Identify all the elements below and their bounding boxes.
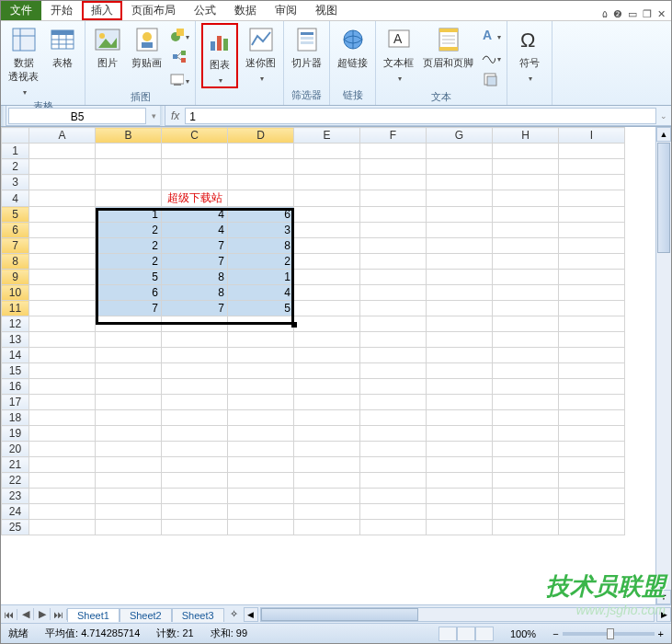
cell-D11[interactable]: 5 [228, 301, 294, 316]
cell-E10[interactable] [294, 285, 360, 301]
cell-A20[interactable] [29, 442, 96, 457]
cell-A12[interactable] [29, 316, 96, 332]
cell-I11[interactable] [559, 301, 625, 316]
cell-C24[interactable] [162, 504, 228, 520]
cell-H22[interactable] [493, 473, 559, 489]
cell-F5[interactable] [360, 207, 427, 223]
cell-A22[interactable] [29, 473, 96, 489]
cell-C11[interactable]: 7 [162, 301, 228, 316]
cell-F25[interactable] [360, 520, 427, 535]
cell-B6[interactable]: 2 [96, 223, 162, 238]
cell-C14[interactable] [162, 348, 228, 363]
tab-file[interactable]: 文件 [1, 1, 41, 20]
cell-D24[interactable] [228, 504, 294, 520]
cell-G9[interactable] [427, 270, 493, 285]
cell-B3[interactable] [96, 175, 162, 190]
cell-I10[interactable] [559, 285, 625, 301]
cell-I19[interactable] [559, 426, 625, 442]
cell-G6[interactable] [427, 223, 493, 238]
cell-C6[interactable]: 4 [162, 223, 228, 238]
cell-I22[interactable] [559, 473, 625, 489]
cell-I2[interactable] [559, 159, 625, 175]
tab-home[interactable]: 开始 [41, 1, 82, 20]
cell-G22[interactable] [427, 473, 493, 489]
cell-D14[interactable] [228, 348, 294, 363]
window-close-icon[interactable]: ✕ [657, 8, 666, 20]
cell-C4[interactable]: 超级下载站 [162, 190, 228, 207]
cell-A10[interactable] [29, 285, 96, 301]
cell-D4[interactable] [228, 190, 294, 207]
cell-F3[interactable] [360, 175, 427, 190]
col-header-G[interactable]: G [427, 128, 493, 144]
cell-B23[interactable] [96, 489, 162, 504]
cell-A6[interactable] [29, 223, 96, 238]
cell-C2[interactable] [162, 159, 228, 175]
row-header-20[interactable]: 20 [2, 442, 29, 457]
zoom-out-button[interactable]: − [552, 628, 558, 639]
cell-I24[interactable] [559, 504, 625, 520]
cell-F11[interactable] [360, 301, 427, 316]
cell-A11[interactable] [29, 301, 96, 316]
cell-G5[interactable] [427, 207, 493, 223]
cell-I14[interactable] [559, 348, 625, 363]
cell-D8[interactable]: 2 [228, 254, 294, 270]
cell-C3[interactable] [162, 175, 228, 190]
cell-G8[interactable] [427, 254, 493, 270]
cell-E9[interactable] [294, 270, 360, 285]
cell-H18[interactable] [493, 410, 559, 426]
cell-E13[interactable] [294, 332, 360, 348]
row-header-6[interactable]: 6 [2, 223, 29, 238]
cell-E6[interactable] [294, 223, 360, 238]
cell-G14[interactable] [427, 348, 493, 363]
cell-B25[interactable] [96, 520, 162, 535]
cell-E19[interactable] [294, 426, 360, 442]
tab-formulas[interactable]: 公式 [185, 1, 225, 20]
cell-G7[interactable] [427, 238, 493, 254]
cell-A5[interactable] [29, 207, 96, 223]
col-header-B[interactable]: B [96, 128, 162, 144]
cell-I15[interactable] [559, 363, 625, 379]
cell-A17[interactable] [29, 395, 96, 410]
cell-B9[interactable]: 5 [96, 270, 162, 285]
cell-H15[interactable] [493, 363, 559, 379]
horizontal-scrollbar[interactable] [260, 607, 655, 622]
zoom-slider[interactable] [563, 632, 655, 636]
cell-G3[interactable] [427, 175, 493, 190]
cell-G16[interactable] [427, 379, 493, 395]
zoom-in-button[interactable]: + [658, 628, 664, 639]
cell-H6[interactable] [493, 223, 559, 238]
scroll-up-arrow[interactable]: ▲ [656, 127, 671, 142]
cell-G18[interactable] [427, 410, 493, 426]
cell-D19[interactable] [228, 426, 294, 442]
cell-G15[interactable] [427, 363, 493, 379]
cell-I17[interactable] [559, 395, 625, 410]
cell-D10[interactable]: 4 [228, 285, 294, 301]
pivot-table-button[interactable]: 数据 透视表 [6, 23, 40, 98]
cell-B4[interactable] [96, 190, 162, 207]
tab-insert[interactable]: 插入 [82, 1, 122, 20]
col-header-I[interactable]: I [559, 128, 625, 144]
zoom-thumb[interactable] [607, 628, 614, 639]
clipart-button[interactable]: 剪贴画 [130, 23, 164, 72]
row-header-2[interactable]: 2 [2, 159, 29, 175]
cell-D20[interactable] [228, 442, 294, 457]
sheet-tab-3[interactable]: Sheet3 [172, 608, 224, 622]
cell-G20[interactable] [427, 442, 493, 457]
cell-F20[interactable] [360, 442, 427, 457]
row-header-22[interactable]: 22 [2, 473, 29, 489]
sheet-nav-prev[interactable]: ◀ [17, 608, 34, 620]
view-normal-button[interactable] [439, 627, 457, 641]
row-header-11[interactable]: 11 [2, 301, 29, 316]
header-footer-button[interactable]: 页眉和页脚 [421, 23, 475, 72]
cell-F10[interactable] [360, 285, 427, 301]
row-header-24[interactable]: 24 [2, 504, 29, 520]
cell-C22[interactable] [162, 473, 228, 489]
cell-H8[interactable] [493, 254, 559, 270]
scroll-down-arrow[interactable]: ▼ [656, 590, 671, 604]
cell-I25[interactable] [559, 520, 625, 535]
fill-handle[interactable] [291, 322, 297, 328]
cell-H17[interactable] [493, 395, 559, 410]
cell-B7[interactable]: 2 [96, 238, 162, 254]
cell-H2[interactable] [493, 159, 559, 175]
cell-I16[interactable] [559, 379, 625, 395]
